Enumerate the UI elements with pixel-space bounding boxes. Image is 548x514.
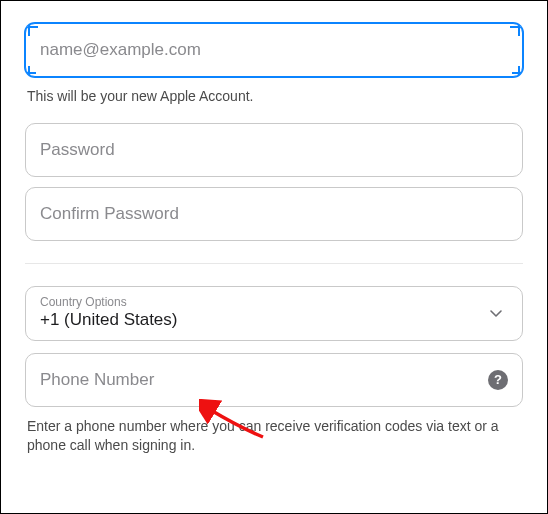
email-field-wrapper[interactable]: [25, 23, 523, 77]
chevron-down-icon: [488, 305, 504, 321]
help-icon[interactable]: ?: [488, 370, 508, 390]
phone-field-wrapper[interactable]: ?: [25, 353, 523, 407]
email-input[interactable]: [40, 40, 508, 60]
email-helper-text: This will be your new Apple Account.: [27, 87, 523, 107]
password-field-wrapper[interactable]: [25, 123, 523, 177]
section-divider: [25, 263, 523, 264]
confirm-password-field-wrapper[interactable]: [25, 187, 523, 241]
country-select-value: +1 (United States): [40, 310, 178, 329]
phone-input[interactable]: [40, 370, 474, 390]
password-input[interactable]: [40, 140, 508, 160]
country-select[interactable]: Country Options +1 (United States): [25, 286, 523, 341]
confirm-password-input[interactable]: [40, 204, 508, 224]
phone-helper-text: Enter a phone number where you can recei…: [27, 417, 523, 456]
country-select-label: Country Options: [40, 295, 508, 309]
signup-form: This will be your new Apple Account. Cou…: [0, 0, 548, 514]
